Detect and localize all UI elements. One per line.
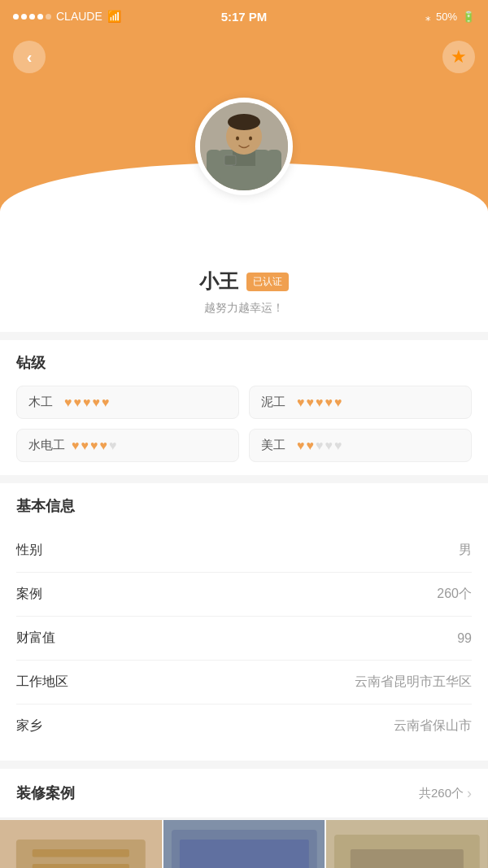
carrier-label: CLAUDE [56,10,102,23]
status-bar: CLAUDE 📶 5:17 PM ⁎ 50% 🔋 [0,0,488,33]
skills-grid: 木工 ♥ ♥ ♥ ♥ ♥ 泥工 ♥ ♥ ♥ ♥ ♥ 水电工 ♥ ♥ [16,386,472,462]
heart-5: ♥ [334,395,342,410]
info-label-gender: 性别 [16,542,42,559]
battery-label: 50% [436,11,457,23]
profile-name: 小王 [199,268,238,294]
heart-2: ♥ [307,438,315,453]
skill-name-carpentry: 木工 [28,395,58,410]
heart-4: ♥ [100,438,108,453]
info-wealth: 财富值 99 [16,617,472,661]
heart-1: ♥ [297,438,305,453]
heart-1: ♥ [64,395,72,410]
cases-count: 共260个 › [419,785,472,802]
info-value-cases: 260个 [437,586,472,603]
skill-name-electrical: 水电工 [28,438,65,453]
hearts-masonry: ♥ ♥ ♥ ♥ ♥ [297,395,342,410]
case-image-1 [0,820,162,868]
bluetooth-icon: ⁎ [425,11,431,23]
info-label-wealth: 财富值 [16,630,55,647]
battery-icon: 🔋 [462,11,475,23]
info-value-gender: 男 [459,542,472,559]
heart-4: ♥ [93,395,101,410]
verified-badge: 已认证 [246,273,289,291]
wifi-icon: 📶 [107,10,121,23]
case-thumb-3[interactable] [326,820,488,868]
profile-section: 小王 已认证 越努力越幸运！ [0,212,488,332]
heart-5: ♥ [102,395,110,410]
case-thumb-1[interactable] [0,820,162,868]
info-label-cases: 案例 [16,586,42,603]
skill-name-design: 美工 [261,438,290,453]
svg-point-4 [228,114,260,130]
cases-count-label: 共260个 [419,786,464,801]
info-hometown: 家乡 云南省保山市 [16,704,472,748]
skill-item-electrical: 水电工 ♥ ♥ ♥ ♥ ♥ [16,429,239,462]
info-value-hometown: 云南省保山市 [394,718,472,735]
heart-2: ♥ [74,395,82,410]
star-icon: ★ [451,46,467,68]
info-list: 性别 男 案例 260个 财富值 99 工作地区 云南省昆明市五华区 家乡 云南… [16,529,472,748]
skill-item-carpentry: 木工 ♥ ♥ ♥ ♥ ♥ [16,386,239,419]
profile-name-row: 小王 已认证 [199,268,289,294]
heart-1: ♥ [72,438,80,453]
svg-rect-12 [33,849,129,857]
status-time: 5:17 PM [221,10,268,24]
info-value-wealth: 99 [457,631,472,646]
skill-item-design: 美工 ♥ ♥ ♥ ♥ ♥ [249,429,472,462]
svg-rect-13 [33,864,129,868]
case-image-2 [163,820,325,868]
skill-name-masonry: 泥工 [261,395,290,410]
chevron-right-icon: › [467,785,472,802]
status-right: ⁎ 50% 🔋 [425,11,475,23]
heart-3: ♥ [83,395,91,410]
heart-4: ♥ [325,438,333,453]
svg-rect-8 [207,150,221,182]
hearts-electrical: ♥ ♥ ♥ ♥ ♥ [72,438,117,453]
cases-section[interactable]: 装修案例 共260个 › [0,769,488,818]
case-thumbnails [0,820,488,868]
cases-title: 装修案例 [16,783,75,803]
back-button[interactable]: ‹ [13,41,46,73]
info-work-region: 工作地区 云南省昆明市五华区 [16,661,472,704]
case-image-3 [326,820,488,868]
hearts-design: ♥ ♥ ♥ ♥ ♥ [297,438,342,453]
svg-point-6 [249,137,252,141]
heart-3: ♥ [316,395,324,410]
favorite-button[interactable]: ★ [442,41,475,73]
skills-title: 钻级 [16,353,472,373]
heart-1: ♥ [297,395,305,410]
svg-rect-9 [267,150,281,182]
heart-2: ♥ [81,438,89,453]
heart-5: ♥ [109,438,117,453]
avatar [195,98,293,195]
info-label-work-region: 工作地区 [16,674,68,691]
heart-5: ♥ [334,438,342,453]
hearts-carpentry: ♥ ♥ ♥ ♥ ♥ [64,395,110,410]
case-thumb-2[interactable] [163,820,325,868]
svg-rect-19 [351,849,464,868]
skill-item-masonry: 泥工 ♥ ♥ ♥ ♥ ♥ [249,386,472,419]
info-title: 基本信息 [16,496,472,516]
svg-rect-16 [180,840,309,868]
hero-section: ‹ ★ [0,33,488,212]
info-gender: 性别 男 [16,529,472,573]
info-cases: 案例 260个 [16,573,472,617]
status-left: CLAUDE 📶 [13,10,121,23]
heart-3: ♥ [90,438,98,453]
info-label-hometown: 家乡 [16,718,42,735]
avatar-image [200,103,288,190]
svg-rect-7 [224,155,236,165]
info-section: 基本信息 性别 男 案例 260个 财富值 99 工作地区 云南省昆明市五华区 … [0,483,488,761]
worker-svg [200,103,288,190]
heart-3: ♥ [316,438,324,453]
svg-point-5 [236,137,239,141]
profile-bio: 越努力越幸运！ [204,301,284,316]
heart-4: ♥ [325,395,333,410]
skills-section: 钻级 木工 ♥ ♥ ♥ ♥ ♥ 泥工 ♥ ♥ ♥ ♥ ♥ 水电工 [0,340,488,475]
heart-2: ♥ [307,395,315,410]
info-value-work-region: 云南省昆明市五华区 [355,674,472,691]
signal-dots [13,14,51,20]
